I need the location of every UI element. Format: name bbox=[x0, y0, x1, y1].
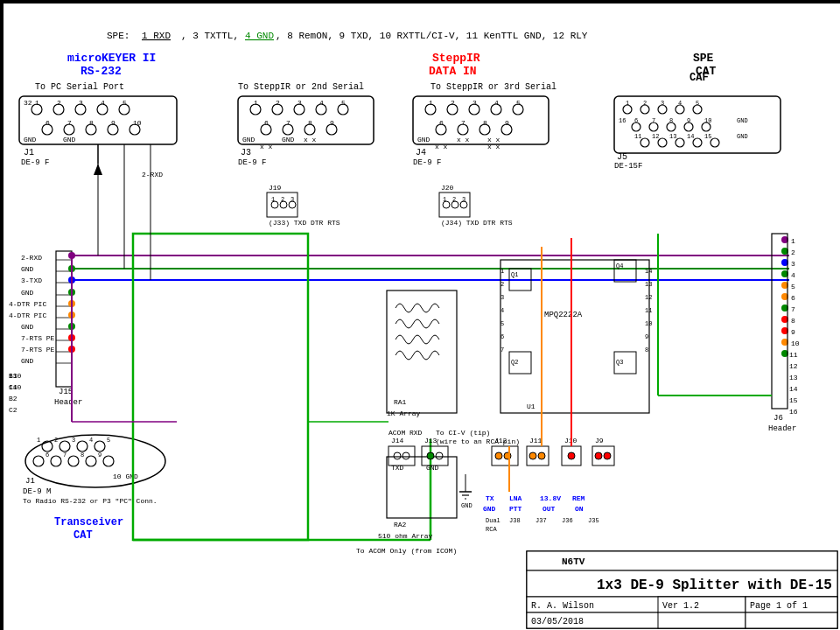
svg-text:DE-9 F: DE-9 F bbox=[238, 158, 266, 167]
svg-text:GND: GND bbox=[417, 136, 430, 144]
svg-text:GND: GND bbox=[483, 505, 496, 513]
svg-text:ACOM RXD: ACOM RXD bbox=[388, 429, 423, 437]
svg-text:13: 13 bbox=[789, 374, 798, 382]
svg-text:8: 8 bbox=[308, 119, 312, 127]
svg-text:2-RXD: 2-RXD bbox=[21, 254, 42, 262]
svg-text:6: 6 bbox=[634, 117, 638, 124]
svg-text:5: 5 bbox=[122, 99, 127, 107]
svg-text:Q1: Q1 bbox=[511, 271, 518, 278]
svg-text:U1: U1 bbox=[527, 402, 536, 410]
svg-text:GND: GND bbox=[242, 136, 256, 144]
svg-text:(wire to an RCA pin): (wire to an RCA pin) bbox=[436, 438, 520, 445]
svg-text:GND: GND bbox=[426, 464, 439, 472]
svg-text:10: 10 bbox=[791, 340, 800, 347]
svg-text:9: 9 bbox=[645, 333, 648, 340]
svg-text:J19: J19 bbox=[269, 184, 282, 192]
svg-text:2: 2 bbox=[452, 196, 456, 203]
svg-point-309 bbox=[529, 452, 536, 459]
svg-text:5: 5 bbox=[341, 99, 346, 107]
svg-text:510 ohm Array: 510 ohm Array bbox=[378, 532, 433, 540]
svg-text:J12: J12 bbox=[494, 437, 508, 444]
svg-text:1: 1 bbox=[271, 196, 275, 203]
svg-text:1x3 DE-9 Splitter with DE-15: 1x3 DE-9 Splitter with DE-15 bbox=[597, 578, 832, 593]
svg-text:Ver 1.2: Ver 1.2 bbox=[662, 601, 699, 611]
svg-text:5: 5 bbox=[696, 100, 699, 107]
svg-text:7: 7 bbox=[652, 117, 655, 124]
svg-text:3: 3 bbox=[290, 196, 294, 203]
svg-text:1: 1 bbox=[443, 196, 446, 203]
svg-text:GND: GND bbox=[21, 289, 34, 297]
svg-text:3: 3 bbox=[298, 99, 302, 107]
svg-text:Q3: Q3 bbox=[616, 359, 623, 366]
svg-text:RCA: RCA bbox=[486, 526, 497, 533]
svg-text:13: 13 bbox=[645, 281, 652, 288]
svg-text:3-TXD: 3-TXD bbox=[21, 276, 42, 284]
svg-text:7: 7 bbox=[286, 119, 290, 127]
svg-text:1: 1 bbox=[626, 100, 629, 107]
svg-text:8: 8 bbox=[645, 346, 648, 354]
svg-text:OUT: OUT bbox=[542, 505, 556, 513]
svg-text:J11: J11 bbox=[529, 437, 542, 444]
svg-text:1: 1 bbox=[500, 268, 504, 275]
schematic-svg: N6TV 1x3 DE-9 Splitter with DE-15 R. A. … bbox=[2, 2, 840, 630]
svg-text:5: 5 bbox=[107, 437, 110, 444]
svg-text:J13: J13 bbox=[424, 437, 438, 444]
svg-text:, 8 RemON, 9 TXD, 10 RXTTL/CI-: , 8 RemON, 9 TXD, 10 RXTTL/CI-V, 11 KenT… bbox=[276, 31, 588, 41]
svg-text:GND: GND bbox=[63, 136, 76, 144]
svg-text:1: 1 bbox=[791, 237, 795, 245]
svg-text:N6TV: N6TV bbox=[562, 556, 585, 567]
svg-text:J6: J6 bbox=[774, 414, 783, 423]
svg-text:J4: J4 bbox=[416, 148, 426, 158]
svg-text:03/05/2018: 03/05/2018 bbox=[531, 617, 584, 626]
svg-text:4: 4 bbox=[678, 100, 682, 107]
svg-text:4: 4 bbox=[319, 99, 324, 107]
svg-text:(J34) TXD DTR RTS: (J34) TXD DTR RTS bbox=[441, 219, 513, 227]
svg-text:microKEYER II: microKEYER II bbox=[67, 52, 156, 65]
svg-text:8: 8 bbox=[791, 317, 795, 325]
svg-text:J3: J3 bbox=[241, 148, 251, 158]
svg-text:J37: J37 bbox=[536, 517, 547, 524]
svg-text:3: 3 bbox=[79, 99, 83, 107]
svg-text:RA1: RA1 bbox=[394, 398, 407, 406]
svg-text:LNA: LNA bbox=[509, 494, 522, 502]
svg-text:2: 2 bbox=[54, 437, 58, 444]
svg-text:1: 1 bbox=[254, 99, 258, 107]
svg-text:2: 2 bbox=[451, 99, 455, 107]
svg-text:9: 9 bbox=[687, 117, 690, 124]
svg-text:8: 8 bbox=[80, 452, 84, 458]
svg-text:GND: GND bbox=[21, 323, 34, 331]
svg-text:15: 15 bbox=[789, 396, 798, 404]
svg-text:1 RXD: 1 RXD bbox=[142, 31, 171, 41]
svg-text:4: 4 bbox=[101, 99, 105, 107]
svg-text:7: 7 bbox=[791, 305, 795, 313]
svg-text:x x: x x bbox=[260, 143, 273, 150]
svg-text:10: 10 bbox=[704, 117, 711, 124]
main-container: N6TV 1x3 DE-9 Splitter with DE-15 R. A. … bbox=[0, 0, 840, 630]
svg-text:8: 8 bbox=[483, 119, 487, 127]
svg-text:GND: GND bbox=[461, 502, 472, 509]
svg-text:x x: x x bbox=[435, 143, 448, 150]
svg-point-313 bbox=[568, 452, 575, 459]
svg-text:6: 6 bbox=[46, 119, 50, 127]
svg-text:To CI-V (tip): To CI-V (tip) bbox=[436, 429, 490, 437]
svg-text:2-RXD: 2-RXD bbox=[142, 171, 163, 178]
svg-text:12: 12 bbox=[645, 294, 652, 301]
svg-text:11: 11 bbox=[789, 351, 798, 359]
svg-text:, 3 TXTTL,: , 3 TXTTL, bbox=[181, 31, 239, 41]
svg-text:GND: GND bbox=[21, 265, 34, 273]
svg-text:6: 6 bbox=[264, 119, 269, 127]
svg-text:SteppIR: SteppIR bbox=[432, 52, 480, 65]
svg-text:2: 2 bbox=[276, 99, 280, 107]
svg-text:J1: J1 bbox=[24, 148, 34, 158]
svg-text:GND: GND bbox=[282, 136, 295, 144]
svg-text:6: 6 bbox=[439, 119, 444, 127]
svg-text:REM: REM bbox=[572, 494, 585, 502]
svg-text:J9: J9 bbox=[595, 437, 604, 444]
svg-text:GND: GND bbox=[737, 117, 748, 124]
svg-text:J36: J36 bbox=[562, 517, 573, 524]
svg-text:x x: x x bbox=[457, 136, 470, 144]
svg-text:CAF: CAF bbox=[690, 72, 709, 84]
svg-text:7: 7 bbox=[500, 346, 504, 354]
svg-text:To ACOM Only (from ICOM): To ACOM Only (from ICOM) bbox=[356, 547, 457, 555]
svg-text:5: 5 bbox=[500, 320, 504, 327]
